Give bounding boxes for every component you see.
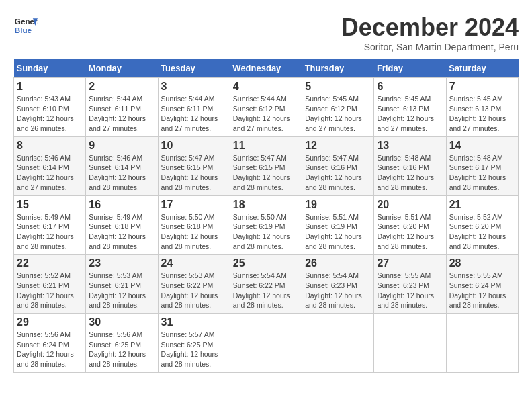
calendar-header-row: SundayMondayTuesdayWednesdayThursdayFrid… xyxy=(14,59,519,78)
calendar-cell: 28Sunrise: 5:55 AMSunset: 6:24 PMDayligh… xyxy=(446,255,518,314)
day-info: Sunrise: 5:49 AMSunset: 6:18 PMDaylight:… xyxy=(89,212,154,252)
calendar-cell: 29Sunrise: 5:56 AMSunset: 6:24 PMDayligh… xyxy=(14,314,86,373)
calendar-cell: 15Sunrise: 5:49 AMSunset: 6:17 PMDayligh… xyxy=(14,195,86,255)
calendar-cell: 3Sunrise: 5:44 AMSunset: 6:11 PMDaylight… xyxy=(158,78,230,137)
day-number: 26 xyxy=(305,257,371,269)
day-info: Sunrise: 5:46 AMSunset: 6:14 PMDaylight:… xyxy=(89,153,154,193)
day-number: 30 xyxy=(89,316,154,328)
day-number: 4 xyxy=(233,81,299,93)
calendar-cell xyxy=(374,314,446,373)
day-number: 25 xyxy=(233,257,299,269)
day-info: Sunrise: 5:51 AMSunset: 6:20 PMDaylight:… xyxy=(377,212,443,252)
page-header: General Blue December 2024 Soritor, San … xyxy=(13,13,519,52)
day-info: Sunrise: 5:45 AMSunset: 6:13 PMDaylight:… xyxy=(449,94,515,134)
day-info: Sunrise: 5:55 AMSunset: 6:23 PMDaylight:… xyxy=(377,271,443,310)
day-info: Sunrise: 5:44 AMSunset: 6:11 PMDaylight:… xyxy=(89,94,154,134)
day-number: 3 xyxy=(161,81,227,93)
calendar-cell xyxy=(302,314,374,373)
day-number: 14 xyxy=(449,140,515,152)
calendar-cell: 6Sunrise: 5:45 AMSunset: 6:13 PMDaylight… xyxy=(374,78,446,137)
calendar-cell: 26Sunrise: 5:54 AMSunset: 6:23 PMDayligh… xyxy=(302,255,374,314)
day-info: Sunrise: 5:47 AMSunset: 6:15 PMDaylight:… xyxy=(161,153,227,193)
calendar-cell: 22Sunrise: 5:52 AMSunset: 6:21 PMDayligh… xyxy=(14,255,86,314)
day-number: 28 xyxy=(449,257,515,269)
day-info: Sunrise: 5:53 AMSunset: 6:21 PMDaylight:… xyxy=(89,271,154,310)
day-info: Sunrise: 5:48 AMSunset: 6:17 PMDaylight:… xyxy=(449,153,515,193)
day-info: Sunrise: 5:47 AMSunset: 6:15 PMDaylight:… xyxy=(233,153,299,193)
calendar-cell xyxy=(230,314,302,373)
day-header-monday: Monday xyxy=(86,59,158,78)
svg-text:Blue: Blue xyxy=(15,26,32,34)
day-info: Sunrise: 5:50 AMSunset: 6:18 PMDaylight:… xyxy=(161,212,227,252)
day-header-thursday: Thursday xyxy=(302,59,374,78)
day-info: Sunrise: 5:48 AMSunset: 6:16 PMDaylight:… xyxy=(377,153,443,193)
day-info: Sunrise: 5:49 AMSunset: 6:17 PMDaylight:… xyxy=(17,212,83,252)
calendar-cell xyxy=(446,314,518,373)
day-info: Sunrise: 5:52 AMSunset: 6:20 PMDaylight:… xyxy=(449,212,515,252)
calendar-cell: 24Sunrise: 5:53 AMSunset: 6:22 PMDayligh… xyxy=(158,255,230,314)
day-number: 20 xyxy=(377,199,443,211)
location-subtitle: Soritor, San Martin Department, Peru xyxy=(341,42,519,52)
calendar-cell: 2Sunrise: 5:44 AMSunset: 6:11 PMDaylight… xyxy=(86,78,158,137)
day-number: 9 xyxy=(89,140,154,152)
day-number: 21 xyxy=(449,199,515,211)
logo: General Blue xyxy=(13,13,38,38)
calendar-cell: 31Sunrise: 5:57 AMSunset: 6:25 PMDayligh… xyxy=(158,314,230,373)
day-header-saturday: Saturday xyxy=(446,59,518,78)
day-info: Sunrise: 5:44 AMSunset: 6:11 PMDaylight:… xyxy=(161,94,227,134)
calendar-week-3: 15Sunrise: 5:49 AMSunset: 6:17 PMDayligh… xyxy=(14,195,519,255)
day-number: 19 xyxy=(305,199,371,211)
day-info: Sunrise: 5:54 AMSunset: 6:22 PMDaylight:… xyxy=(233,271,299,310)
day-header-wednesday: Wednesday xyxy=(230,59,302,78)
calendar-cell: 9Sunrise: 5:46 AMSunset: 6:14 PMDaylight… xyxy=(86,136,158,195)
calendar-cell: 11Sunrise: 5:47 AMSunset: 6:15 PMDayligh… xyxy=(230,136,302,195)
calendar-week-4: 22Sunrise: 5:52 AMSunset: 6:21 PMDayligh… xyxy=(14,255,519,314)
day-header-friday: Friday xyxy=(374,59,446,78)
day-number: 15 xyxy=(17,199,83,211)
day-number: 5 xyxy=(305,81,371,93)
calendar-cell: 1Sunrise: 5:43 AMSunset: 6:10 PMDaylight… xyxy=(14,78,86,137)
calendar-cell: 8Sunrise: 5:46 AMSunset: 6:14 PMDaylight… xyxy=(14,136,86,195)
day-info: Sunrise: 5:51 AMSunset: 6:19 PMDaylight:… xyxy=(305,212,371,252)
calendar-cell: 13Sunrise: 5:48 AMSunset: 6:16 PMDayligh… xyxy=(374,136,446,195)
day-info: Sunrise: 5:43 AMSunset: 6:10 PMDaylight:… xyxy=(17,94,83,134)
day-number: 24 xyxy=(161,257,227,269)
day-number: 27 xyxy=(377,257,443,269)
calendar-cell: 18Sunrise: 5:50 AMSunset: 6:19 PMDayligh… xyxy=(230,195,302,255)
day-number: 8 xyxy=(17,140,83,152)
day-info: Sunrise: 5:56 AMSunset: 6:25 PMDaylight:… xyxy=(89,330,154,369)
calendar-week-1: 1Sunrise: 5:43 AMSunset: 6:10 PMDaylight… xyxy=(14,78,519,137)
calendar-week-2: 8Sunrise: 5:46 AMSunset: 6:14 PMDaylight… xyxy=(14,136,519,195)
day-info: Sunrise: 5:47 AMSunset: 6:16 PMDaylight:… xyxy=(305,153,371,193)
day-number: 17 xyxy=(161,199,227,211)
day-info: Sunrise: 5:52 AMSunset: 6:21 PMDaylight:… xyxy=(17,271,83,310)
day-header-sunday: Sunday xyxy=(14,59,86,78)
day-number: 2 xyxy=(89,81,154,93)
logo-icon: General Blue xyxy=(13,13,38,38)
calendar-cell: 30Sunrise: 5:56 AMSunset: 6:25 PMDayligh… xyxy=(86,314,158,373)
day-number: 12 xyxy=(305,140,371,152)
calendar-cell: 10Sunrise: 5:47 AMSunset: 6:15 PMDayligh… xyxy=(158,136,230,195)
calendar-cell: 21Sunrise: 5:52 AMSunset: 6:20 PMDayligh… xyxy=(446,195,518,255)
day-number: 16 xyxy=(89,199,154,211)
calendar-cell: 23Sunrise: 5:53 AMSunset: 6:21 PMDayligh… xyxy=(86,255,158,314)
day-info: Sunrise: 5:56 AMSunset: 6:24 PMDaylight:… xyxy=(17,330,83,369)
calendar-cell: 16Sunrise: 5:49 AMSunset: 6:18 PMDayligh… xyxy=(86,195,158,255)
day-number: 22 xyxy=(17,257,83,269)
day-header-tuesday: Tuesday xyxy=(158,59,230,78)
day-info: Sunrise: 5:53 AMSunset: 6:22 PMDaylight:… xyxy=(161,271,227,310)
day-info: Sunrise: 5:44 AMSunset: 6:12 PMDaylight:… xyxy=(233,94,299,134)
day-number: 29 xyxy=(17,316,83,328)
calendar-cell: 27Sunrise: 5:55 AMSunset: 6:23 PMDayligh… xyxy=(374,255,446,314)
day-info: Sunrise: 5:54 AMSunset: 6:23 PMDaylight:… xyxy=(305,271,371,310)
calendar-table: SundayMondayTuesdayWednesdayThursdayFrid… xyxy=(13,59,519,373)
calendar-cell: 12Sunrise: 5:47 AMSunset: 6:16 PMDayligh… xyxy=(302,136,374,195)
day-number: 7 xyxy=(449,81,515,93)
day-info: Sunrise: 5:55 AMSunset: 6:24 PMDaylight:… xyxy=(449,271,515,310)
day-number: 31 xyxy=(161,316,227,328)
day-info: Sunrise: 5:45 AMSunset: 6:12 PMDaylight:… xyxy=(305,94,371,134)
day-number: 6 xyxy=(377,81,443,93)
day-info: Sunrise: 5:50 AMSunset: 6:19 PMDaylight:… xyxy=(233,212,299,252)
day-number: 1 xyxy=(17,81,83,93)
calendar-week-5: 29Sunrise: 5:56 AMSunset: 6:24 PMDayligh… xyxy=(14,314,519,373)
